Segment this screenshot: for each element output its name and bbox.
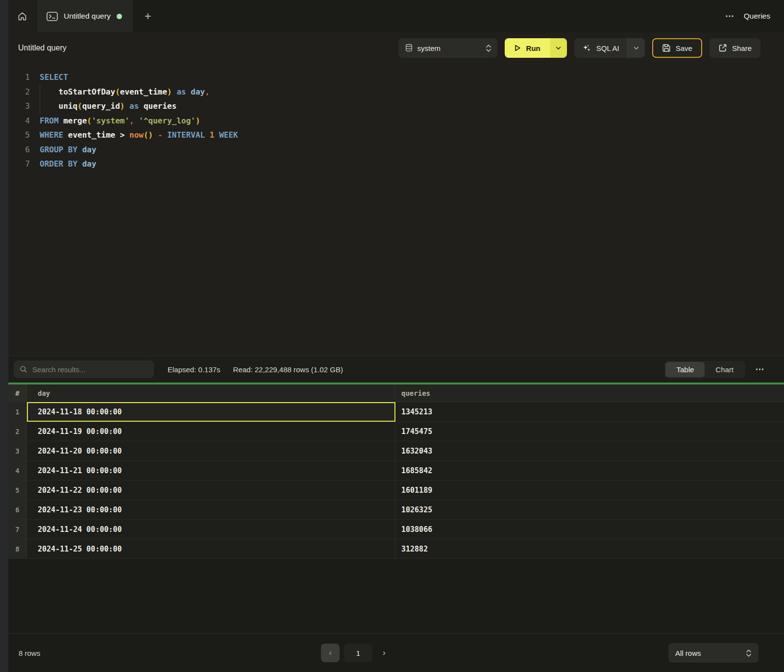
save-icon xyxy=(662,44,671,52)
row-index: 5 xyxy=(8,480,27,500)
sql-ai-button-main[interactable]: SQL AI xyxy=(574,38,627,58)
line-number: 4 xyxy=(8,114,30,128)
chevron-down-icon xyxy=(556,47,561,50)
main-area: Untitled query + Queries Untitled query xyxy=(8,0,784,672)
code-line[interactable]: 7ORDER BY day xyxy=(8,157,784,171)
share-button-label: Share xyxy=(732,44,752,52)
code-line[interactable]: 1SELECT xyxy=(8,70,784,85)
header-day[interactable]: day xyxy=(27,384,395,402)
table-row: 32024-11-20 00:00:001632043 xyxy=(8,441,784,461)
view-toggle: TableChart xyxy=(664,361,745,378)
next-page-button[interactable]: › xyxy=(377,648,392,658)
line-number: 1 xyxy=(8,70,30,85)
row-index: 6 xyxy=(8,500,27,520)
header-index[interactable]: # xyxy=(8,384,27,402)
cell-queries[interactable]: 1038066 xyxy=(395,520,784,539)
sql-ai-button-label: SQL AI xyxy=(596,44,619,52)
tab-overflow-button[interactable] xyxy=(725,15,734,18)
row-index: 4 xyxy=(8,461,27,480)
new-tab-button[interactable]: + xyxy=(133,0,163,32)
cell-day[interactable]: 2024-11-18 00:00:00 xyxy=(27,402,395,422)
view-tab-table[interactable]: Table xyxy=(665,362,705,377)
toolbar-actions: system Run xyxy=(398,38,760,58)
play-icon xyxy=(514,44,521,52)
results-more-button[interactable] xyxy=(755,368,764,371)
code-text: FROM merge('system', '^query_log') xyxy=(40,114,200,128)
sql-editor[interactable]: 1SELECT2 toStartOfDay(event_time) as day… xyxy=(8,64,784,356)
cell-queries[interactable]: 312882 xyxy=(395,539,784,559)
cell-day[interactable]: 2024-11-20 00:00:00 xyxy=(27,441,395,461)
cell-queries[interactable]: 1632043 xyxy=(395,441,784,461)
current-page-button[interactable]: 1 xyxy=(344,644,372,662)
tab-untitled-query[interactable]: Untitled query xyxy=(37,0,133,32)
code-line[interactable]: 4FROM merge('system', '^query_log') xyxy=(8,114,784,128)
home-button[interactable] xyxy=(8,0,37,32)
pagination: ‹ 1 › xyxy=(321,644,392,662)
line-number: 2 xyxy=(8,85,30,99)
header-queries[interactable]: queries xyxy=(395,384,784,402)
code-line[interactable]: 5WHERE event_time > now() - INTERVAL 1 W… xyxy=(8,128,784,143)
database-icon xyxy=(405,44,413,52)
run-button[interactable]: Run xyxy=(505,38,567,58)
code-line[interactable]: 2 toStartOfDay(event_time) as day, xyxy=(8,85,784,99)
save-button-label: Save xyxy=(676,44,692,52)
code-text: ORDER BY day xyxy=(40,157,97,171)
chevron-down-icon xyxy=(634,47,639,50)
cell-queries[interactable]: 1345213 xyxy=(395,402,784,422)
run-button-label: Run xyxy=(526,44,540,52)
sql-ai-options-button[interactable] xyxy=(627,38,645,58)
view-tab-chart[interactable]: Chart xyxy=(705,362,744,377)
page-size-value: All rows xyxy=(675,649,701,657)
share-button[interactable]: Share xyxy=(710,38,760,58)
tab-bar: Untitled query + Queries xyxy=(8,0,784,32)
cell-queries[interactable]: 1601189 xyxy=(395,480,784,500)
share-icon xyxy=(718,44,727,52)
cell-day[interactable]: 2024-11-25 00:00:00 xyxy=(27,539,395,559)
code-line[interactable]: 3 uniq(query_id) as queries xyxy=(8,99,784,114)
database-select[interactable]: system xyxy=(398,38,497,58)
table-row: 42024-11-21 00:00:001685842 xyxy=(8,461,784,480)
run-options-button[interactable] xyxy=(550,38,567,58)
cell-day[interactable]: 2024-11-23 00:00:00 xyxy=(27,500,395,520)
queries-link[interactable]: Queries xyxy=(744,12,770,21)
search-results-box[interactable] xyxy=(14,360,154,378)
read-stat: Read: 22,229,488 rows (1.02 GB) xyxy=(233,365,343,374)
line-number: 6 xyxy=(8,143,30,157)
terminal-icon xyxy=(47,12,58,21)
page-size-select[interactable]: All rows xyxy=(668,643,759,663)
tab-bar-spacer xyxy=(163,0,725,32)
table-row: 22024-11-19 00:00:001745475 xyxy=(8,422,784,441)
table-row: 52024-11-22 00:00:001601189 xyxy=(8,480,784,500)
ellipsis-icon xyxy=(725,15,734,18)
query-toolbar: Untitled query system xyxy=(8,32,784,64)
save-button[interactable]: Save xyxy=(652,38,702,58)
cell-queries[interactable]: 1026325 xyxy=(395,500,784,520)
sql-ai-button[interactable]: SQL AI xyxy=(574,38,645,58)
search-results-input[interactable] xyxy=(32,365,148,374)
cell-day[interactable]: 2024-11-24 00:00:00 xyxy=(27,520,395,539)
database-select-value: system xyxy=(417,44,481,52)
table-row: 82024-11-25 00:00:00312882 xyxy=(8,539,784,559)
table-row: 12024-11-18 00:00:001345213 xyxy=(8,402,784,422)
cell-day[interactable]: 2024-11-21 00:00:00 xyxy=(27,461,395,480)
row-index: 7 xyxy=(8,520,27,539)
tab-label: Untitled query xyxy=(64,12,111,21)
cell-day[interactable]: 2024-11-19 00:00:00 xyxy=(27,422,395,441)
cell-day[interactable]: 2024-11-22 00:00:00 xyxy=(27,480,395,500)
cell-queries[interactable]: 1745475 xyxy=(395,422,784,441)
code-line[interactable]: 6GROUP BY day xyxy=(8,143,784,157)
sparkles-icon xyxy=(582,44,591,53)
cell-queries[interactable]: 1685842 xyxy=(395,461,784,480)
line-number: 7 xyxy=(8,157,30,171)
results-toolbar: Elapsed: 0.137s Read: 22,229,488 rows (1… xyxy=(8,356,784,383)
chevron-right-icon: › xyxy=(383,648,386,657)
chevron-left-icon: ‹ xyxy=(329,648,332,657)
table-header: # day queries xyxy=(8,384,784,402)
search-icon xyxy=(20,365,27,373)
prev-page-button[interactable]: ‹ xyxy=(321,644,340,662)
results-empty-area xyxy=(8,559,784,633)
code-lines: 1SELECT2 toStartOfDay(event_time) as day… xyxy=(8,70,784,171)
row-index: 2 xyxy=(8,422,27,441)
table-body: 12024-11-18 00:00:00134521322024-11-19 0… xyxy=(8,402,784,559)
run-button-main[interactable]: Run xyxy=(505,38,550,58)
